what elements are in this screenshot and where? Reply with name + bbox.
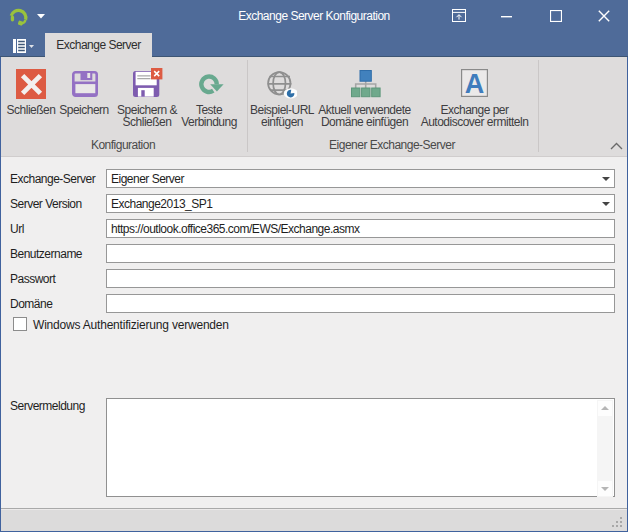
svg-text:A: A	[465, 69, 485, 97]
